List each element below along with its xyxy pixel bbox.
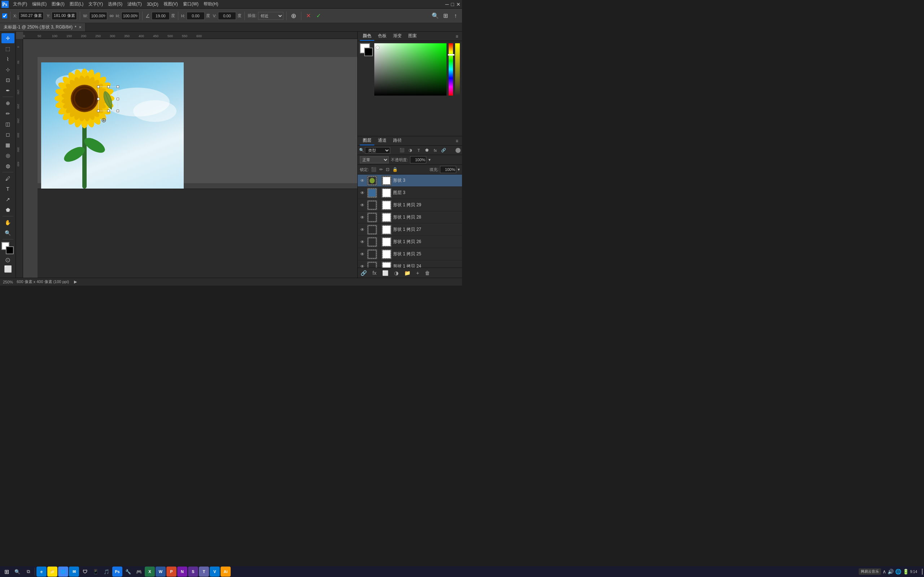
blur-tool-btn[interactable]: ◎ <box>2 150 15 161</box>
menu-window[interactable]: 窗口(W) <box>181 0 201 8</box>
stamp-tool-btn[interactable]: ◫ <box>2 119 15 129</box>
color-panel-menu-btn[interactable]: ≡ <box>454 34 460 39</box>
bg-color-swatch[interactable] <box>364 48 373 56</box>
new-adjustment-btn[interactable]: ◑ <box>393 269 400 277</box>
gradient-tool-btn[interactable]: ▦ <box>2 140 15 150</box>
lock-all-btn[interactable]: 🔒 <box>392 167 399 172</box>
opacity-dropdown-btn[interactable]: ▾ <box>428 157 431 162</box>
opacity-input[interactable] <box>410 156 426 163</box>
layer-row[interactable]: 👁 形状 1 拷贝 28 <box>358 211 462 224</box>
layer-row[interactable]: 👁 形状 3 <box>358 174 462 187</box>
lock-position-btn[interactable]: ✏ <box>379 167 384 172</box>
handle-br[interactable] <box>116 110 119 112</box>
canvas-area[interactable]: 0 50 100 150 200 250 300 350 400 450 500… <box>16 32 357 278</box>
tab-swatches[interactable]: 色板 <box>375 32 389 41</box>
layer-visibility-eye[interactable]: 👁 <box>359 214 366 221</box>
fill-input[interactable] <box>440 166 456 173</box>
menu-file[interactable]: 文件(F) <box>11 0 29 8</box>
status-dropdown[interactable]: ▶ <box>74 279 77 284</box>
move-tool-btn[interactable]: ✛ <box>2 33 15 43</box>
filter-adjust-icon[interactable]: ◑ <box>407 147 414 154</box>
arrange-btn[interactable]: ⊞ <box>441 11 450 20</box>
handle-bl[interactable] <box>97 110 100 112</box>
layer-row[interactable]: 👁 形状 1 拷贝 25 <box>358 248 462 260</box>
shape-tool-btn[interactable]: ⬟ <box>2 205 15 215</box>
filter-pixel-icon[interactable]: ⬛ <box>399 147 406 154</box>
eraser-tool-btn[interactable]: ◻ <box>2 129 15 140</box>
screen-mode-btn[interactable]: ⬜ <box>4 265 12 273</box>
close-btn[interactable]: ✕ <box>456 2 460 7</box>
filter-text-icon[interactable]: T <box>415 147 422 154</box>
crop-tool-btn[interactable]: ⊡ <box>2 75 15 85</box>
dodge-tool-btn[interactable]: ◍ <box>2 161 15 171</box>
fg-bg-swatches[interactable] <box>360 43 372 57</box>
handle-tm[interactable] <box>107 85 110 88</box>
bg-swatch[interactable] <box>6 246 14 254</box>
handle-bm[interactable] <box>107 110 110 112</box>
layer-visibility-eye[interactable]: 👁 <box>359 177 366 184</box>
layer-row[interactable]: 👁 形状 1 拷贝 26 <box>358 236 462 248</box>
interp-select[interactable]: 邻近 两次线性 两次立方 <box>258 12 283 20</box>
menu-edit[interactable]: 编辑(E) <box>30 0 49 8</box>
menu-filter[interactable]: 滤镜(T) <box>125 0 144 8</box>
transform-constrain-check[interactable] <box>2 13 7 18</box>
color-swatches[interactable] <box>2 242 15 255</box>
vskew-input[interactable] <box>218 12 236 20</box>
layer-visibility-eye[interactable]: 👁 <box>359 226 366 233</box>
tab-pattern[interactable]: 图案 <box>405 32 420 41</box>
x-input[interactable] <box>18 12 44 20</box>
hand-tool-btn[interactable]: ✋ <box>2 218 15 227</box>
share-btn[interactable]: ↑ <box>451 11 460 20</box>
w-input[interactable] <box>89 12 107 20</box>
layer-type-filter[interactable]: 类型 <box>365 147 390 154</box>
pen-tool-btn[interactable]: 🖊 <box>2 174 15 184</box>
layer-visibility-eye[interactable]: 👁 <box>359 190 366 196</box>
cancel-transform-btn[interactable]: ✕ <box>304 11 313 20</box>
layer-visibility-eye[interactable]: 👁 <box>359 239 366 245</box>
lock-pixels-btn[interactable]: ⬛ <box>370 167 377 172</box>
lock-artboard-btn[interactable]: ⊡ <box>385 167 390 172</box>
tab-gradient[interactable]: 渐变 <box>390 32 405 41</box>
tab-channels[interactable]: 通道 <box>375 136 389 145</box>
canvas-container[interactable]: ⊕ <box>23 39 357 278</box>
menu-select[interactable]: 选择(S) <box>106 0 124 8</box>
tab-color[interactable]: 颜色 <box>360 32 374 41</box>
h-input[interactable] <box>121 12 139 20</box>
layer-visibility-eye[interactable]: 👁 <box>359 251 366 258</box>
layer-row[interactable]: 👁 形状 1 拷贝 29 <box>358 199 462 211</box>
doc-tab-active[interactable]: 未标题-1 @ 250% (形状 3, RGB/8#) * ✕ <box>0 23 86 31</box>
menu-3d[interactable]: 3D(D) <box>145 1 161 8</box>
filter-smart-icon[interactable]: 🔗 <box>440 147 447 154</box>
warp-btn[interactable]: ⊕ <box>289 11 298 20</box>
link-layers-btn[interactable]: 🔗 <box>359 269 368 277</box>
confirm-transform-btn[interactable]: ✓ <box>314 11 323 20</box>
eyedropper-btn[interactable]: ✒ <box>2 85 15 95</box>
doc-tab-close-btn[interactable]: ✕ <box>79 25 82 29</box>
zoom-tool-btn[interactable]: 🔍 <box>2 228 15 238</box>
text-tool-btn[interactable]: T <box>2 184 15 194</box>
menu-view[interactable]: 视图(V) <box>162 0 180 8</box>
new-layer-btn[interactable]: + <box>415 269 420 277</box>
add-mask-btn[interactable]: ⬜ <box>381 269 390 277</box>
new-group-btn[interactable]: 📁 <box>403 269 412 277</box>
layer-row[interactable]: 👁 形状 1 拷贝 27 <box>358 224 462 236</box>
tab-paths[interactable]: 路径 <box>390 136 405 145</box>
delete-layer-btn[interactable]: 🗑 <box>423 269 431 277</box>
search-btn[interactable]: 🔍 <box>431 11 439 20</box>
menu-layer[interactable]: 图层(L) <box>68 0 86 8</box>
blend-mode-select[interactable]: 正常 <box>360 156 389 163</box>
brush-tool-btn[interactable]: ✏ <box>2 108 15 119</box>
layer-row[interactable]: 👁 图层 3 <box>358 187 462 199</box>
color-gradient-picker[interactable] <box>374 43 446 95</box>
fill-dropdown-btn[interactable]: ▾ <box>458 167 460 172</box>
tab-layers[interactable]: 图层 <box>360 136 374 145</box>
minimize-btn[interactable]: ─ <box>446 2 449 7</box>
menu-image[interactable]: 图像(I) <box>50 0 66 8</box>
alpha-bar[interactable] <box>455 43 460 95</box>
layer-row[interactable]: 👁 形状 1 拷贝 24 <box>358 260 462 268</box>
heal-tool-btn[interactable]: ⊕ <box>2 98 15 108</box>
layer-visibility-eye[interactable]: 👁 <box>359 263 366 268</box>
document-canvas[interactable]: ⊕ <box>41 62 184 189</box>
add-style-btn[interactable]: fx <box>371 269 378 277</box>
maximize-btn[interactable]: □ <box>451 2 454 7</box>
